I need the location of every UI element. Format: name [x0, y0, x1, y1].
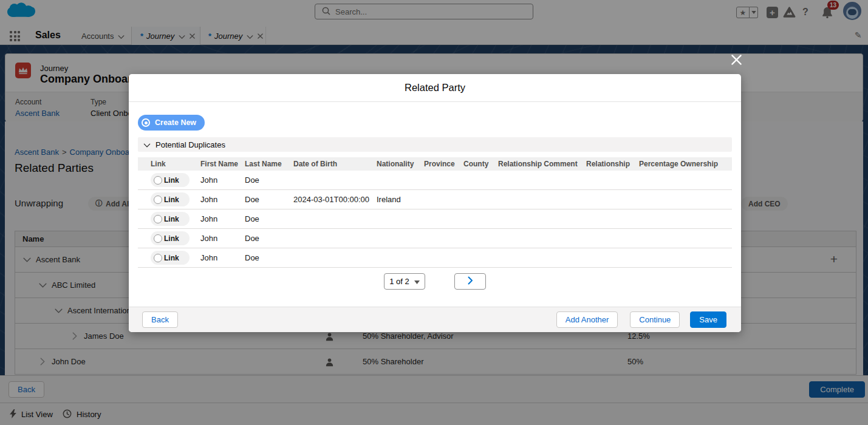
cell-first-name: John [200, 253, 245, 262]
chevron-right-icon [468, 276, 473, 287]
section-label: Potential Duplicates [155, 140, 225, 149]
link-button[interactable]: Link [151, 231, 190, 245]
radio-unselected-icon [154, 195, 162, 204]
link-label: Link [164, 195, 179, 204]
cell-nationality: Ireland [377, 195, 424, 204]
continue-button[interactable]: Continue [630, 311, 680, 328]
related-party-modal: Related Party Create New Potential Dupli… [129, 74, 741, 332]
link-button[interactable]: Link [151, 251, 190, 265]
duplicate-row: Link John Doe 2024-03-01T00:00:00 Irelan… [138, 190, 732, 209]
duplicate-row: Link John Doe [138, 229, 732, 248]
create-new-toggle[interactable]: Create New [138, 115, 205, 131]
potential-duplicates-section[interactable]: Potential Duplicates [138, 137, 732, 152]
duplicate-row: Link John Doe [138, 171, 732, 190]
col-percentage-ownership: Percentage Ownership [639, 160, 730, 168]
col-relationship-comment: Relationship Comment [498, 160, 586, 168]
radio-selected-icon [142, 118, 150, 127]
col-nationality: Nationality [377, 160, 424, 168]
col-first-name: First Name [200, 160, 245, 168]
link-label: Link [164, 176, 179, 185]
caret-down-icon [414, 277, 420, 286]
create-new-label: Create New [155, 118, 196, 127]
col-date-of-birth: Date of Birth [293, 160, 377, 168]
modal-title: Related Party [129, 74, 741, 102]
cell-first-name: John [200, 195, 245, 204]
duplicate-row: Link John Doe [138, 209, 732, 229]
link-button[interactable]: Link [151, 173, 190, 187]
next-page-button[interactable] [454, 273, 486, 290]
cell-last-name: Doe [245, 234, 293, 243]
cell-first-name: John [200, 234, 245, 243]
cell-date-of-birth: 2024-03-01T00:00:00 [293, 195, 377, 204]
duplicates-table-body: Link John Doe Link John Doe 2024-03-01T0… [138, 171, 732, 268]
chevron-down-icon [143, 140, 151, 149]
radio-unselected-icon [154, 176, 162, 185]
cell-first-name: John [200, 214, 245, 223]
duplicate-row: Link John Doe [138, 248, 732, 268]
col-county: County [463, 160, 498, 168]
cell-last-name: Doe [245, 175, 293, 185]
duplicates-table-header: Link First Name Last Name Date of Birth … [138, 157, 732, 171]
radio-unselected-icon [154, 234, 162, 243]
cell-last-name: Doe [245, 195, 293, 204]
pagination: 1 of 2 [129, 273, 741, 290]
save-button[interactable]: Save [690, 311, 726, 328]
add-another-button[interactable]: Add Another [556, 311, 618, 328]
link-label: Link [164, 234, 179, 243]
page-select-dropdown[interactable]: 1 of 2 [384, 273, 425, 290]
link-label: Link [164, 254, 179, 262]
cell-last-name: Doe [245, 253, 293, 262]
modal-close-icon[interactable] [731, 54, 742, 67]
link-label: Link [164, 215, 179, 223]
link-button[interactable]: Link [151, 192, 190, 206]
page-indicator: 1 of 2 [389, 277, 409, 286]
col-last-name: Last Name [245, 160, 293, 168]
link-button[interactable]: Link [151, 212, 190, 226]
modal-back-button[interactable]: Back [142, 311, 178, 328]
cell-first-name: John [200, 175, 245, 185]
col-province: Province [424, 160, 463, 168]
modal-footer: Back Add Another Continue Save [129, 307, 741, 332]
radio-unselected-icon [154, 215, 162, 223]
col-link: Link [151, 160, 200, 168]
radio-unselected-icon [154, 254, 162, 262]
col-relationship: Relationship [586, 160, 639, 168]
cell-last-name: Doe [245, 214, 293, 223]
